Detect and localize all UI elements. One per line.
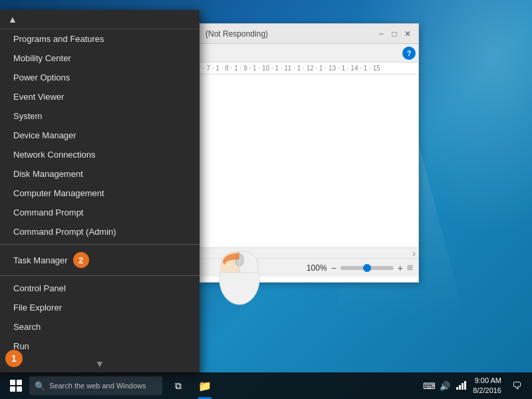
badge-2: 2	[73, 252, 89, 268]
menu-item-computer-management[interactable]: Computer Management	[0, 184, 200, 203]
zoom-thumb	[363, 264, 371, 272]
start-button[interactable]	[3, 372, 29, 399]
zoom-expand-icon[interactable]: ⊞	[407, 263, 413, 272]
notepad-ruler: · 7 · 1 · 8 · 1 · 9 · 1 · 10 · 1 · 11 · …	[200, 63, 418, 74]
svg-rect-12	[464, 381, 466, 390]
notepad-titlebar: (Not Responding) − □ ✕	[200, 24, 418, 44]
svg-rect-9	[456, 387, 458, 390]
network-icon[interactable]	[454, 379, 467, 392]
badge-1: 1	[5, 350, 23, 367]
mouse-illustration	[213, 239, 266, 306]
volume-icon[interactable]: 🔊	[438, 379, 452, 392]
task-manager-label: Task Manager	[13, 255, 68, 265]
taskbar-file-explorer[interactable]: 📁	[192, 372, 218, 399]
notepad-content	[200, 74, 418, 247]
help-button[interactable]: ?	[402, 47, 416, 60]
context-menu: ▲ Programs and Features Mobility Center …	[0, 10, 200, 374]
zoom-level: 100%	[307, 263, 327, 273]
taskbar-search-bar[interactable]: 🔍 Search the web and Windows	[29, 376, 162, 395]
close-button[interactable]: ✕	[402, 29, 413, 39]
clock-date: 8/2/2016	[473, 386, 501, 396]
zoom-slider[interactable]	[340, 266, 394, 270]
minimize-button[interactable]: −	[376, 29, 386, 39]
scroll-right-icon[interactable]: ›	[412, 248, 416, 259]
context-menu-footer: ▼	[0, 356, 200, 372]
notification-icon: 🗨	[512, 380, 521, 391]
menu-item-control-panel[interactable]: Control Panel	[0, 279, 200, 298]
menu-item-disk-management[interactable]: Disk Management	[0, 164, 200, 184]
menu-item-programs-features[interactable]: Programs and Features	[0, 29, 200, 49]
desktop: Recycle Bin (Not Responding) − □ ✕ ? · 7…	[0, 0, 532, 399]
separator-1	[0, 244, 200, 245]
keyboard-icon[interactable]: ⌨	[422, 379, 436, 392]
arrow-up-icon[interactable]: ▲	[8, 14, 17, 25]
task-view-icon: ⧉	[175, 380, 182, 392]
menu-item-device-manager[interactable]: Device Manager	[0, 126, 200, 145]
svg-rect-11	[462, 383, 464, 390]
menu-item-command-prompt-admin[interactable]: Command Prompt (Admin)	[0, 222, 200, 241]
taskbar: 🔍 Search the web and Windows ⧉ 📁 ⌨ 🔊	[0, 372, 532, 399]
notepad-toolbar: ?	[200, 44, 418, 63]
notepad-title: (Not Responding)	[205, 29, 268, 39]
search-placeholder: Search the web and Windows	[49, 382, 146, 390]
menu-item-command-prompt[interactable]: Command Prompt	[0, 203, 200, 222]
menu-item-mobility-center[interactable]: Mobility Center	[0, 49, 200, 68]
zoom-out-icon[interactable]: −	[331, 263, 336, 273]
file-explorer-icon: 📁	[198, 380, 211, 392]
menu-item-task-manager[interactable]: Task Manager 2	[0, 247, 200, 273]
menu-item-power-options[interactable]: Power Options	[0, 68, 200, 87]
search-icon: 🔍	[35, 381, 45, 391]
titlebar-controls: − □ ✕	[376, 29, 413, 39]
zoom-in-icon[interactable]: +	[398, 263, 403, 273]
menu-item-event-viewer[interactable]: Event Viewer	[0, 87, 200, 106]
taskbar-tray: ⌨ 🔊 9:00 AM 8/2/2016 🗨	[422, 372, 529, 399]
svg-rect-10	[459, 385, 461, 390]
notification-center-button[interactable]: 🗨	[507, 372, 527, 399]
task-view-button[interactable]: ⧉	[165, 372, 192, 399]
menu-item-system[interactable]: System	[0, 106, 200, 126]
menu-item-file-explorer[interactable]: File Explorer	[0, 298, 200, 317]
maximize-button[interactable]: □	[389, 29, 400, 39]
arrow-down-icon[interactable]: ▼	[95, 358, 104, 369]
clock-time: 9:00 AM	[473, 376, 501, 386]
windows-logo-icon	[10, 380, 22, 392]
separator-2	[0, 275, 200, 276]
taskbar-clock[interactable]: 9:00 AM 8/2/2016	[470, 376, 504, 396]
menu-item-search[interactable]: Search	[0, 317, 200, 336]
menu-item-network-connections[interactable]: Network Connections	[0, 145, 200, 164]
menu-item-run[interactable]: Run	[0, 336, 200, 356]
context-menu-header: ▲	[0, 10, 200, 29]
